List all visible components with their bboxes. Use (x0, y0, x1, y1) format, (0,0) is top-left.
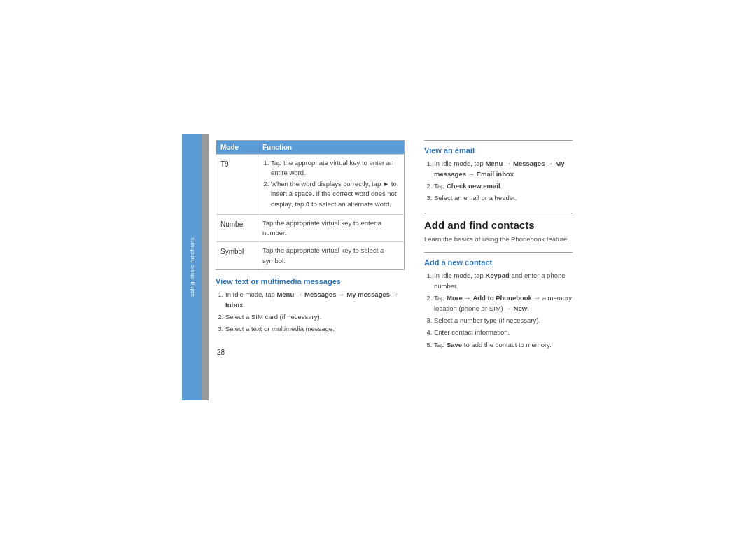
add-contact-step-1: In Idle mode, tap Keypad and enter a pho… (434, 270, 573, 291)
view-email-section: View an email In Idle mode, tap Menu → M… (424, 140, 573, 205)
view-email-step-1: In Idle mode, tap Menu → Messages → My m… (434, 158, 573, 179)
table-header: Mode Function (216, 141, 404, 154)
left-sidebar: using basic functions (182, 134, 202, 400)
page-container: using basic functions Mode Function T9 T… (0, 0, 756, 534)
function-cell-symbol: Tap the appropriate virtual key to selec… (258, 242, 404, 269)
add-contact-step-2: Tap More → Add to Phonebook → a memory l… (434, 293, 573, 314)
mode-function-table: Mode Function T9 Tap the appropriate vir… (216, 140, 405, 270)
view-text-step-3: Select a text or multimedia message. (225, 323, 405, 334)
add-contact-step-5: Tap Save to add the contact to memory. (434, 339, 573, 350)
t9-step-1: Tap the appropriate virtual key to enter… (271, 158, 400, 178)
function-header: Function (258, 141, 404, 154)
add-find-title: Add and find contacts (424, 219, 573, 231)
mode-cell-symbol: Symbol (216, 242, 258, 269)
function-cell-number: Tap the appropriate virtual key to enter… (258, 215, 404, 242)
view-text-step-1: In Idle mode, tap Menu → Messages → My m… (225, 289, 405, 310)
view-email-content: In Idle mode, tap Menu → Messages → My m… (424, 158, 573, 204)
add-new-contact-title: Add a new contact (424, 258, 573, 267)
view-text-title: View text or multimedia messages (216, 277, 405, 286)
add-new-contact-section: Add a new contact In Idle mode, tap Keyp… (424, 252, 573, 350)
view-email-step-3: Select an email or a header. (434, 192, 573, 203)
mode-header: Mode (216, 141, 258, 154)
view-text-content: In Idle mode, tap Menu → Messages → My m… (216, 289, 405, 335)
mode-cell-t9: T9 (216, 155, 258, 214)
add-new-contact-content: In Idle mode, tap Keypad and enter a pho… (424, 270, 573, 350)
mode-cell-number: Number (216, 215, 258, 242)
sub-sidebar (202, 134, 209, 400)
table-row-symbol: Symbol Tap the appropriate virtual key t… (216, 241, 404, 269)
function-cell-t9: Tap the appropriate virtual key to enter… (258, 155, 404, 214)
right-column: View an email In Idle mode, tap Menu → M… (412, 134, 573, 400)
t9-step-2: When the word displays correctly, tap ► … (271, 179, 400, 209)
view-email-step-2: Tap Check new email. (434, 181, 573, 191)
view-email-title: View an email (424, 146, 573, 155)
main-content-left: Mode Function T9 Tap the appropriate vir… (209, 134, 412, 400)
add-contact-step-3: Select a number type (if necessary). (434, 315, 573, 325)
page-number: 28 (216, 349, 405, 356)
right-divider-2 (424, 252, 573, 253)
right-divider-1 (424, 140, 573, 141)
table-row-number: Number Tap the appropriate virtual key t… (216, 214, 404, 242)
content-area: using basic functions Mode Function T9 T… (182, 134, 574, 400)
sidebar-label: using basic functions (189, 237, 195, 297)
view-text-section: View text or multimedia messages In Idle… (216, 277, 405, 336)
add-find-description: Learn the basics of using the Phonebook … (424, 234, 573, 244)
add-contact-step-4: Enter contact information. (434, 327, 573, 337)
add-find-section: Add and find contacts Learn the basics o… (424, 213, 573, 356)
view-text-step-2: Select a SIM card (if necessary). (225, 311, 405, 322)
table-row-t9: T9 Tap the appropriate virtual key to en… (216, 154, 404, 214)
